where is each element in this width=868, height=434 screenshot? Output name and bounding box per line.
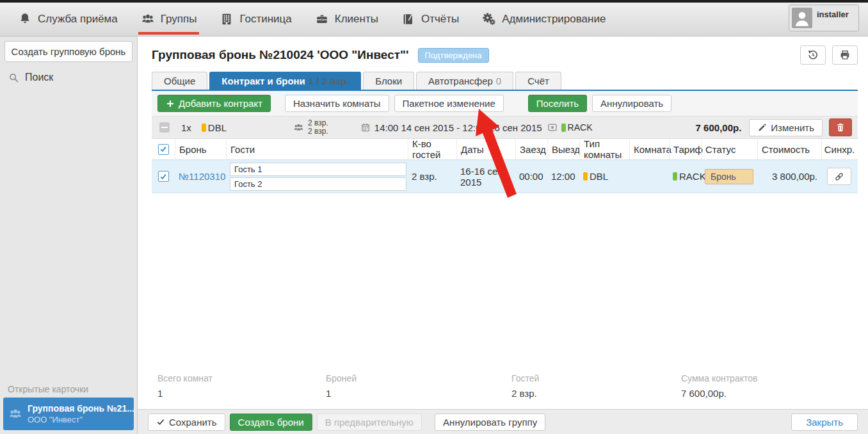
- summary-bar: Всего комнат 1 Броней 1 Гостей 2 взр. Су…: [138, 373, 868, 399]
- contract-panel: Добавить контракт Назначить комнаты Паке…: [152, 91, 858, 193]
- sync-link-button[interactable]: [827, 168, 851, 185]
- to-preliminary-button: В предварительную: [317, 414, 422, 431]
- users-icon: [293, 122, 304, 133]
- footer-action-bar: Сохранить Создать брони В предварительну…: [138, 409, 868, 434]
- username: installer: [817, 10, 849, 28]
- guest2-input[interactable]: [230, 177, 406, 191]
- check-icon: [159, 145, 167, 153]
- briefcase-icon: [315, 12, 329, 26]
- contract-rate: RACK: [568, 122, 593, 133]
- nav-label: Гостиница: [239, 13, 291, 26]
- search-icon: [8, 72, 19, 83]
- gears-icon: [482, 12, 496, 26]
- check-in-button[interactable]: Поселить: [528, 95, 587, 112]
- history-button[interactable]: [800, 45, 826, 65]
- add-contract-button[interactable]: Добавить контракт: [157, 95, 271, 112]
- plus-icon: [166, 99, 175, 108]
- bell-icon: [18, 12, 32, 26]
- assign-rooms-button[interactable]: Назначить комнаты: [285, 95, 389, 112]
- tab-blocks[interactable]: Блоки: [363, 72, 414, 90]
- nav-label: Группы: [161, 13, 197, 26]
- nav-item-front-desk[interactable]: Служба приёма: [18, 3, 118, 36]
- col-header-booking: Бронь: [175, 139, 226, 159]
- edit-contract-button[interactable]: Изменить: [749, 119, 823, 136]
- search-label: Поиск: [25, 72, 53, 83]
- row-room-type: DBL: [590, 171, 608, 182]
- row-dates: 16-16 сен 2015: [456, 166, 515, 188]
- nav-label: Отчёты: [421, 13, 459, 26]
- col-header-guest-count: К-во гостей: [408, 139, 456, 159]
- nav-item-administration[interactable]: Администрирование: [482, 3, 606, 36]
- calendar-icon: [360, 122, 371, 133]
- row-arrival-time: 00:00: [515, 171, 547, 182]
- nav-item-groups[interactable]: Группы: [141, 3, 197, 36]
- col-header-sync: Синхр.: [821, 139, 857, 159]
- sidebar-search[interactable]: Поиск: [8, 72, 137, 83]
- tab-counter: 0: [496, 76, 501, 86]
- status-badge-confirmed: Подтверждена: [418, 48, 489, 63]
- annul-group-button[interactable]: Аннулировать группу: [435, 414, 545, 431]
- row-departure-time: 12:00: [547, 171, 579, 182]
- tab-autotransfer[interactable]: Автотрансфер0: [416, 72, 513, 90]
- col-header-room: Комната: [629, 139, 669, 159]
- room-type-color-chip: [583, 172, 588, 181]
- tab-contract-and-bookings[interactable]: Контракт и брони1 / 2 взр.: [209, 72, 361, 90]
- nav-item-reports[interactable]: Отчёты: [401, 3, 459, 36]
- collapse-icon[interactable]: [159, 122, 170, 133]
- col-header-status: Статус: [701, 139, 757, 159]
- avatar: [792, 8, 812, 28]
- booking-number-link[interactable]: №1120310: [175, 171, 226, 182]
- user-menu[interactable]: installer: [789, 4, 859, 31]
- app-window: Служба приёма Группы Гостиница Клиенты О…: [0, 0, 868, 434]
- tab-bar: Общие Контракт и брони1 / 2 взр. Блоки А…: [152, 72, 858, 91]
- nav-item-clients[interactable]: Клиенты: [315, 3, 378, 36]
- tab-general[interactable]: Общие: [152, 72, 207, 90]
- create-bookings-button[interactable]: Создать брони: [230, 414, 312, 431]
- main-content: Групповая бронь №210024 'ООО "Инвест"' П…: [138, 36, 868, 434]
- building-icon: [220, 12, 234, 26]
- col-header-cost: Стоимость: [757, 139, 821, 159]
- row-status-badge: Бронь: [705, 169, 753, 184]
- select-all-checkbox[interactable]: [158, 144, 169, 155]
- contract-dates: 14:00 14 сен 2015 - 12:00 16 сен 2015: [374, 122, 542, 133]
- nav-label: Клиенты: [335, 13, 378, 26]
- nav-item-hotel[interactable]: Гостиница: [220, 3, 291, 36]
- room-type-color-chip: [202, 124, 206, 132]
- person-icon: [792, 8, 812, 28]
- contract-guests-line2: 2 взр.: [308, 127, 328, 136]
- col-header-dates: Даты: [456, 139, 515, 159]
- nav-label: Администрирование: [502, 13, 606, 26]
- save-button[interactable]: Сохранить: [148, 414, 225, 431]
- contract-room-type: DBL: [208, 122, 227, 133]
- row-checkbox[interactable]: [158, 171, 169, 182]
- col-header-rate: Тариф: [669, 139, 701, 159]
- contract-row: 1x DBL 2 взр. 2 взр. 14:00 1: [152, 117, 858, 139]
- row-guest-count: 2 взр.: [408, 171, 456, 182]
- top-navigation: Служба приёма Группы Гостиница Клиенты О…: [0, 3, 868, 36]
- tab-invoice[interactable]: Счёт: [515, 72, 561, 90]
- batch-change-button[interactable]: Пакетное изменение: [394, 95, 504, 112]
- col-header-guests: Гости: [226, 139, 408, 159]
- summary-total-rooms: Всего комнат 1: [157, 373, 326, 399]
- print-button[interactable]: [832, 45, 858, 65]
- close-button[interactable]: Закрыть: [791, 414, 858, 431]
- printer-icon: [839, 49, 851, 61]
- price-icon: [547, 122, 558, 133]
- guest1-input[interactable]: [230, 163, 406, 176]
- create-group-booking-button[interactable]: Создать групповую бронь: [4, 41, 133, 62]
- pencil-icon: [757, 123, 767, 133]
- col-header-room-type: Тип комнаты: [579, 139, 629, 159]
- col-header-arrival: Заезд: [515, 139, 547, 159]
- card-subtitle: ООО "Инвест": [28, 415, 134, 424]
- users-icon: [141, 12, 155, 26]
- summary-guests: Гостей 2 взр.: [511, 373, 681, 399]
- open-card-group-booking[interactable]: Групповая бронь №21... ООО "Инвест": [3, 398, 134, 430]
- table-header-row: Бронь Гости К-во гостей Даты Заезд Выезд…: [152, 139, 858, 160]
- page-title: Групповая бронь №210024 'ООО "Инвест"': [152, 48, 409, 62]
- row-price: 3 800,00р.: [757, 171, 821, 182]
- trash-icon: [835, 122, 846, 133]
- delete-contract-button[interactable]: [829, 118, 852, 136]
- annul-button[interactable]: Аннулировать: [592, 95, 671, 112]
- rate-color-chip: [561, 124, 566, 132]
- tab-counter: 1 / 2 взр.: [309, 76, 349, 86]
